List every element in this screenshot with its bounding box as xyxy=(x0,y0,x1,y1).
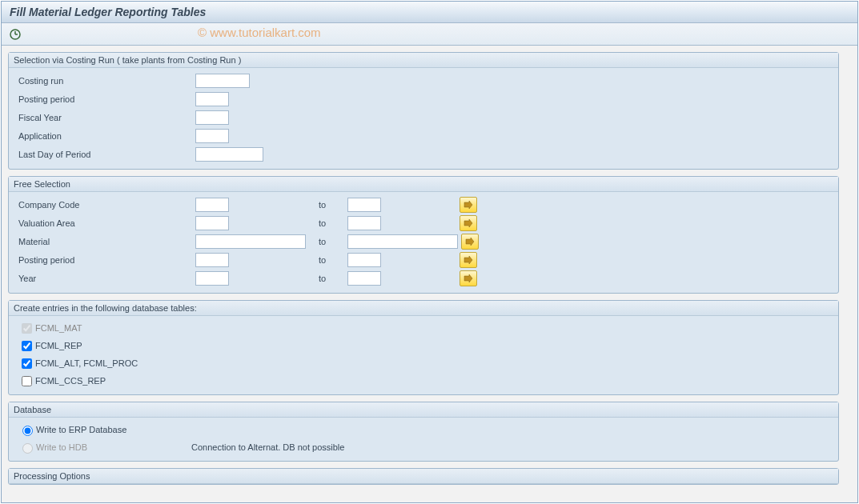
input-valuation-area-to[interactable] xyxy=(347,216,381,230)
execute-icon[interactable] xyxy=(8,27,22,42)
input-application[interactable] xyxy=(195,129,229,143)
checkbox-fcml-alt[interactable] xyxy=(22,358,32,369)
label-fiscal-year: Fiscal Year xyxy=(15,113,195,122)
label-last-day: Last Day of Period xyxy=(15,150,195,159)
content-area: Selection via Costing Run ( take plants … xyxy=(2,46,857,491)
group-title-database: Database xyxy=(9,402,838,418)
input-material-from[interactable] xyxy=(195,234,306,249)
group-title-create: Create entries in the following database… xyxy=(9,301,838,316)
label-fcml-rep: FCML_REP xyxy=(35,341,82,350)
label-company-code: Company Code xyxy=(15,200,195,210)
label-fcml-mat: FCML_MAT xyxy=(35,323,82,333)
label-posting-period2: Posting period xyxy=(15,255,195,265)
input-fiscal-year[interactable] xyxy=(195,110,229,125)
group-title-free: Free Selection xyxy=(9,177,838,192)
label-to-year: to xyxy=(319,274,347,283)
input-valuation-area-from[interactable] xyxy=(195,216,229,230)
input-posting-period-from[interactable] xyxy=(195,253,229,267)
group-costing-run: Selection via Costing Run ( take plants … xyxy=(8,52,839,170)
label-fcml-alt: FCML_ALT, FCML_PROC xyxy=(35,358,138,368)
label-posting-period: Posting period xyxy=(15,94,195,104)
group-processing-options: Processing Options xyxy=(8,468,839,485)
label-to-valuation: to xyxy=(319,218,347,228)
label-year: Year xyxy=(15,274,195,283)
multi-select-valuation-area[interactable] xyxy=(460,215,477,231)
label-to-posting: to xyxy=(319,255,347,265)
group-create-entries: Create entries in the following database… xyxy=(8,300,839,395)
label-valuation-area: Valuation Area xyxy=(15,218,195,228)
label-application: Application xyxy=(15,131,195,141)
label-to-company: to xyxy=(319,200,347,210)
input-company-code-to[interactable] xyxy=(347,198,381,212)
label-erp: Write to ERP Database xyxy=(36,425,126,434)
group-free-selection: Free Selection Company Code to Valuation… xyxy=(8,176,839,294)
input-posting-period[interactable] xyxy=(195,92,229,106)
input-last-day[interactable] xyxy=(195,147,263,162)
checkbox-fcml-rep[interactable] xyxy=(22,341,32,351)
input-year-to[interactable] xyxy=(347,271,381,286)
label-fcml-ccs: FCML_CCS_REP xyxy=(35,376,106,386)
group-database: Database Write to ERP Database Write to … xyxy=(8,402,839,462)
page-title: Fill Material Ledger Reporting Tables xyxy=(10,6,849,18)
input-costing-run[interactable] xyxy=(195,74,250,88)
multi-select-posting-period[interactable] xyxy=(460,252,477,268)
label-costing-run: Costing run xyxy=(15,76,195,86)
toolbar: © www.tutorialkart.com xyxy=(2,23,857,46)
title-bar: Fill Material Ledger Reporting Tables xyxy=(2,2,857,23)
multi-select-material[interactable] xyxy=(461,234,479,250)
label-to-material: to xyxy=(319,237,347,246)
input-year-from[interactable] xyxy=(195,271,229,286)
checkbox-fcml-ccs[interactable] xyxy=(22,376,32,386)
label-hdb: Write to HDB xyxy=(36,442,87,452)
radio-hdb xyxy=(22,443,33,454)
input-material-to[interactable] xyxy=(347,234,458,249)
checkbox-fcml-mat xyxy=(22,323,32,334)
multi-select-year[interactable] xyxy=(460,270,477,286)
multi-select-company-code[interactable] xyxy=(460,197,477,213)
group-title-costing: Selection via Costing Run ( take plants … xyxy=(9,53,838,68)
label-material: Material xyxy=(15,237,195,246)
input-company-code-from[interactable] xyxy=(195,198,229,212)
group-title-processing: Processing Options xyxy=(9,469,838,484)
watermark: © www.tutorialkart.com xyxy=(198,26,321,39)
label-hdb-msg: Connection to Alternat. DB not possible xyxy=(191,442,344,452)
radio-erp[interactable] xyxy=(22,426,33,436)
input-posting-period-to[interactable] xyxy=(347,253,381,267)
